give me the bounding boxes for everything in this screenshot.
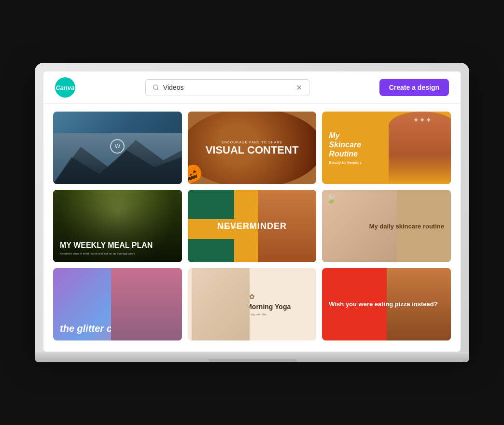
card-neverminder[interactable]: NEVERMINDER JULIANA SILVA xyxy=(188,190,317,262)
create-design-button[interactable]: Create a design xyxy=(379,79,449,96)
card-pizza[interactable]: Wish you were eating pizza instead? xyxy=(322,268,451,340)
card-text-block: My daily skincare routine xyxy=(369,222,444,231)
card-skincare-routine[interactable]: ✦✦✦ MySkincareRoutine Beauty by Beaudry xyxy=(322,112,451,184)
leaf-decoration: 🍃 xyxy=(326,194,336,204)
card-title: VISUAL CONTENT xyxy=(206,145,299,156)
card-title: MySkincareRoutine xyxy=(329,131,444,159)
screen-bezel: Canva ✕ Create a design xyxy=(35,63,469,352)
logo-text: Canva xyxy=(56,84,74,91)
laptop-screen: Canva ✕ Create a design xyxy=(43,71,461,352)
card-description: A realistic view of what I cook and eat … xyxy=(60,252,175,255)
card-badge: W xyxy=(110,139,125,154)
card-text-top: Encourage fans to share xyxy=(222,141,282,144)
template-grid: W Hidden History Forgotten hideouts and … xyxy=(53,112,451,340)
search-bar[interactable]: ✕ xyxy=(145,79,309,96)
card-forgotten-hideouts[interactable]: W Hidden History Forgotten hideouts and … xyxy=(53,112,182,184)
lotus-icon: ✿ xyxy=(249,293,255,300)
search-icon xyxy=(153,84,159,91)
svg-point-0 xyxy=(154,85,158,89)
header: Canva ✕ Create a design xyxy=(43,71,461,104)
card-meal-plan[interactable]: MY WEEKLY MEAL PLAN A realistic view of … xyxy=(53,190,182,262)
card-title: Wish you were eating pizza instead? xyxy=(329,300,437,309)
canva-app: Canva ✕ Create a design xyxy=(43,71,461,352)
card-glitter-cheek[interactable]: the glitter cheek look xyxy=(53,268,182,340)
card-daily-skincare[interactable]: 🍃 My daily skincare routine xyxy=(322,190,451,262)
card-subtitle: JULIANA SILVA xyxy=(217,226,253,229)
card-morning-yoga[interactable]: ✿ 20 Minute Morning Yoga Start your day … xyxy=(188,268,317,340)
canva-logo: Canva xyxy=(55,77,75,98)
card-title: My daily skincare routine xyxy=(369,223,444,230)
person-illustration xyxy=(111,268,182,340)
card-subtitle: Beauty by Beaudry xyxy=(329,160,444,165)
search-input[interactable] xyxy=(163,84,296,91)
search-clear-icon[interactable]: ✕ xyxy=(296,83,302,92)
card-text-block: ✦✦✦ MySkincareRoutine Beauty by Beaudry xyxy=(329,131,444,165)
content-area: W Hidden History Forgotten hideouts and … xyxy=(43,104,461,352)
decorative-lines: ✦✦✦ xyxy=(413,115,432,125)
laptop-base xyxy=(35,352,469,362)
laptop-container: Canva ✕ Create a design xyxy=(35,63,469,362)
svg-line-1 xyxy=(157,89,159,90)
card-visual-content[interactable]: Encourage fans to share VISUAL CONTENT 🎃 xyxy=(188,112,317,184)
card-title: MY WEEKLY MEAL PLAN xyxy=(60,241,175,250)
yoga-illustration xyxy=(192,268,250,340)
